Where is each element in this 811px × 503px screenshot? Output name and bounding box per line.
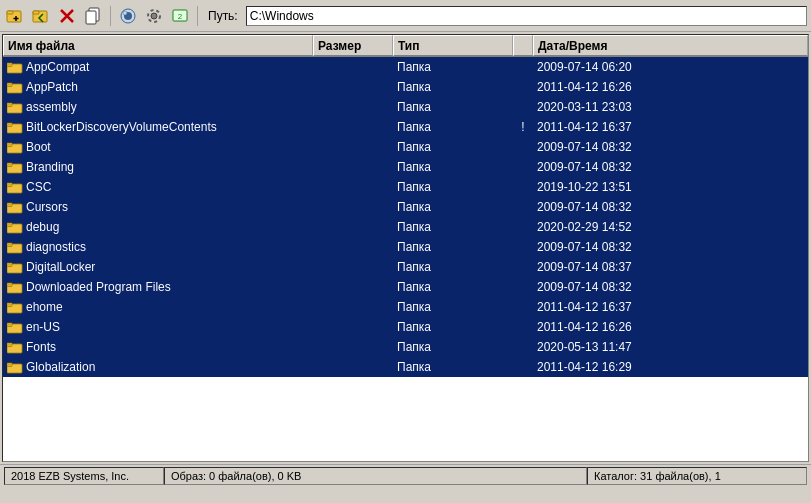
path-input[interactable] <box>246 6 807 26</box>
table-row[interactable]: CSCПапка2019-10-22 13:51 <box>3 177 808 197</box>
file-name: Cursors <box>26 200 68 214</box>
svg-point-12 <box>123 11 127 15</box>
file-name: assembly <box>26 100 77 114</box>
table-row[interactable]: BootПапка2009-07-14 08:32 <box>3 137 808 157</box>
table-row[interactable]: AppCompatПапка2009-07-14 06:20 <box>3 57 808 77</box>
cell-flag <box>513 226 533 228</box>
col-header-flag <box>513 35 533 56</box>
cell-date: 2009-07-14 08:32 <box>533 199 808 215</box>
col-header-date[interactable]: Дата/Время <box>533 35 808 56</box>
delete-icon[interactable] <box>56 5 78 27</box>
refresh-icon[interactable]: 2 <box>169 5 191 27</box>
svg-rect-43 <box>7 223 12 225</box>
file-name: AppCompat <box>26 60 89 74</box>
cell-flag <box>513 206 533 208</box>
cell-size <box>313 306 393 308</box>
cell-date: 2020-02-29 14:52 <box>533 219 808 235</box>
svg-rect-37 <box>7 183 12 185</box>
column-headers: Имя файла Размер Тип Дата/Время <box>3 35 808 57</box>
cell-type: Папка <box>393 299 513 315</box>
cell-name: BitLockerDiscoveryVolumeContents <box>3 119 313 135</box>
file-name: ehome <box>26 300 63 314</box>
file-name: Branding <box>26 160 74 174</box>
folder-icon <box>7 201 23 214</box>
cell-flag <box>513 166 533 168</box>
svg-point-13 <box>151 13 157 19</box>
table-row[interactable]: Downloaded Program FilesПапка2009-07-14 … <box>3 277 808 297</box>
back-icon[interactable] <box>30 5 52 27</box>
folder-icon <box>7 261 23 274</box>
table-row[interactable]: BrandingПапка2009-07-14 08:32 <box>3 157 808 177</box>
cell-size <box>313 366 393 368</box>
col-header-name[interactable]: Имя файла <box>3 35 313 56</box>
status-bar: 2018 EZB Systems, Inc. Образ: 0 файла(ов… <box>0 464 811 486</box>
cell-flag <box>513 246 533 248</box>
svg-rect-9 <box>86 11 96 24</box>
svg-rect-40 <box>7 203 12 205</box>
cell-size <box>313 346 393 348</box>
table-row[interactable]: GlobalizationПапка2011-04-12 16:29 <box>3 357 808 377</box>
cell-type: Папка <box>393 339 513 355</box>
cell-date: 2011-04-12 16:37 <box>533 299 808 315</box>
folder-icon <box>7 121 23 134</box>
svg-rect-64 <box>7 363 12 365</box>
cell-date: 2011-04-12 16:26 <box>533 79 808 95</box>
folder-icon <box>7 241 23 254</box>
svg-rect-58 <box>7 323 12 325</box>
file-name: Downloaded Program Files <box>26 280 171 294</box>
cell-date: 2020-05-13 11:47 <box>533 339 808 355</box>
favorites-icon[interactable] <box>117 5 139 27</box>
cell-flag <box>513 326 533 328</box>
cell-size <box>313 206 393 208</box>
file-name: AppPatch <box>26 80 78 94</box>
cell-date: 2009-07-14 08:32 <box>533 139 808 155</box>
table-row[interactable]: DigitalLockerПапка2009-07-14 08:37 <box>3 257 808 277</box>
toolbar: 2 Путь: <box>0 0 811 32</box>
table-row[interactable]: ehomeПапка2011-04-12 16:37 <box>3 297 808 317</box>
file-name: CSC <box>26 180 51 194</box>
cell-flag <box>513 186 533 188</box>
cell-date: 2009-07-14 08:32 <box>533 159 808 175</box>
cell-type: Папка <box>393 359 513 375</box>
table-row[interactable]: AppPatchПапка2011-04-12 16:26 <box>3 77 808 97</box>
cell-type: Папка <box>393 199 513 215</box>
table-row[interactable]: en-USПапка2011-04-12 16:26 <box>3 317 808 337</box>
cell-size <box>313 166 393 168</box>
svg-rect-1 <box>7 11 13 14</box>
copy-icon[interactable] <box>82 5 104 27</box>
cell-size <box>313 286 393 288</box>
table-row[interactable]: BitLockerDiscoveryVolumeContentsПапка!20… <box>3 117 808 137</box>
cell-type: Папка <box>393 319 513 335</box>
cell-name: en-US <box>3 319 313 335</box>
cell-size <box>313 66 393 68</box>
col-header-size[interactable]: Размер <box>313 35 393 56</box>
settings-icon[interactable] <box>143 5 165 27</box>
folder-icon <box>7 281 23 294</box>
cell-type: Папка <box>393 79 513 95</box>
svg-rect-46 <box>7 243 12 245</box>
table-row[interactable]: CursorsПапка2009-07-14 08:32 <box>3 197 808 217</box>
folder-icon <box>7 341 23 354</box>
table-row[interactable]: assemblyПапка2020-03-11 23:03 <box>3 97 808 117</box>
table-row[interactable]: diagnosticsПапка2009-07-14 08:32 <box>3 237 808 257</box>
folder-icon <box>7 321 23 334</box>
svg-rect-61 <box>7 343 12 345</box>
cell-size <box>313 86 393 88</box>
folder-icon <box>7 81 23 94</box>
svg-rect-52 <box>7 283 12 285</box>
svg-rect-5 <box>33 11 39 14</box>
table-row[interactable]: FontsПапка2020-05-13 11:47 <box>3 337 808 357</box>
col-header-type[interactable]: Тип <box>393 35 513 56</box>
cell-name: CSC <box>3 179 313 195</box>
cell-size <box>313 186 393 188</box>
table-row[interactable]: debugПапка2020-02-29 14:52 <box>3 217 808 237</box>
cell-name: Cursors <box>3 199 313 215</box>
cell-date: 2020-03-11 23:03 <box>533 99 808 115</box>
status-mid: Образ: 0 файла(ов), 0 KB <box>164 467 587 485</box>
new-folder-icon[interactable] <box>4 5 26 27</box>
file-name: diagnostics <box>26 240 86 254</box>
cell-name: DigitalLocker <box>3 259 313 275</box>
cell-type: Папка <box>393 219 513 235</box>
cell-name: Branding <box>3 159 313 175</box>
cell-size <box>313 146 393 148</box>
